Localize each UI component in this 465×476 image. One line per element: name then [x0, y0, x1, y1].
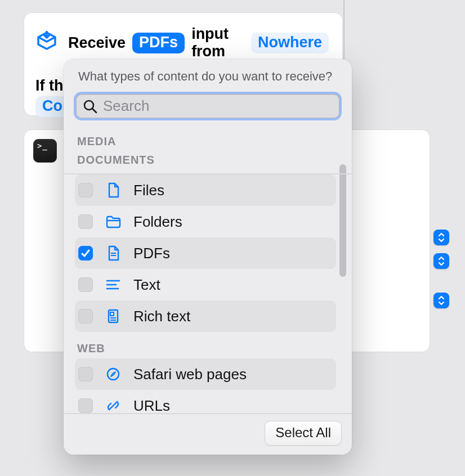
row-label: Folders	[133, 213, 182, 231]
svg-rect-9	[110, 312, 114, 316]
row-label: Text	[133, 276, 160, 294]
input-from-token[interactable]: Nowhere	[251, 33, 329, 53]
section-label-media: MEDIA	[75, 125, 336, 151]
terminal-icon	[33, 139, 57, 163]
checkbox[interactable]	[78, 398, 93, 413]
content-types-list[interactable]: MEDIA DOCUMENTS Files Folders	[64, 125, 352, 413]
popover-caret	[148, 59, 163, 60]
popover-title: What types of content do you want to rec…	[64, 59, 352, 92]
richtext-icon	[105, 308, 121, 324]
checkbox[interactable]	[78, 309, 93, 324]
dropdown-stepper-2[interactable]	[433, 253, 449, 269]
search-input[interactable]	[103, 97, 333, 115]
safari-icon	[105, 367, 121, 381]
folder-icon	[105, 215, 121, 228]
type-row-files[interactable]: Files	[75, 174, 336, 206]
dropdown-stepper-3[interactable]	[433, 293, 449, 308]
search-field-wrap[interactable]	[74, 92, 342, 120]
row-label: Files	[133, 182, 164, 199]
receive-icon	[35, 31, 58, 55]
text-icon	[105, 279, 121, 291]
dropdown-stepper-1[interactable]	[433, 230, 449, 245]
row-label: URLs	[133, 397, 170, 414]
row-label: Safari web pages	[133, 366, 247, 383]
section-label-documents: DOCUMENTS	[75, 151, 336, 170]
receive-prefix: Receive	[68, 34, 126, 52]
pdf-icon	[105, 245, 121, 261]
content-types-popover: What types of content do you want to rec…	[64, 59, 352, 455]
popover-footer: Select All	[64, 413, 352, 455]
link-icon	[105, 398, 121, 413]
checkbox[interactable]	[78, 214, 93, 229]
checkbox[interactable]	[78, 277, 93, 292]
search-icon	[83, 99, 97, 114]
checkbox[interactable]	[78, 367, 93, 381]
type-row-pdfs[interactable]: PDFs	[75, 237, 336, 269]
type-row-folders[interactable]: Folders	[75, 206, 336, 237]
type-row-urls[interactable]: URLs	[75, 390, 336, 413]
svg-point-12	[108, 369, 119, 380]
type-row-safari[interactable]: Safari web pages	[75, 358, 336, 390]
input-type-token[interactable]: PDFs	[132, 33, 185, 53]
row-label: Rich text	[133, 308, 190, 325]
type-row-richtext[interactable]: Rich text	[75, 300, 336, 332]
file-icon	[105, 182, 121, 198]
checkbox[interactable]	[78, 246, 93, 261]
receive-middle: input from	[191, 25, 244, 60]
svg-line-13	[111, 404, 115, 407]
svg-line-1	[92, 109, 96, 113]
row-label: PDFs	[133, 245, 170, 262]
checkbox[interactable]	[78, 183, 93, 197]
select-all-button[interactable]: Select All	[265, 421, 342, 446]
type-row-text[interactable]: Text	[75, 269, 336, 300]
section-label-web: WEB	[75, 332, 336, 358]
